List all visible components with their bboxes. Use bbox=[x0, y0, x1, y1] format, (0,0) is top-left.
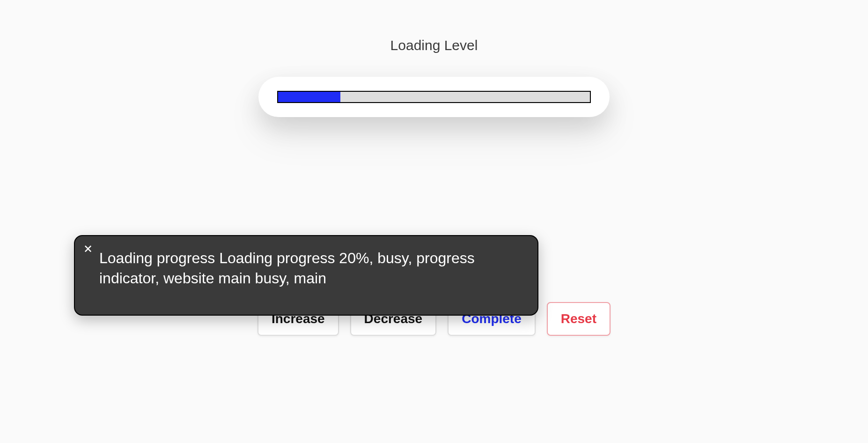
reset-button[interactable]: Reset bbox=[547, 302, 611, 336]
accessibility-tooltip: ✕ Loading progress Loading progress 20%,… bbox=[74, 235, 538, 316]
progress-card bbox=[258, 77, 610, 117]
progress-bar bbox=[277, 91, 591, 103]
page-heading: Loading Level bbox=[0, 37, 868, 53]
close-icon[interactable]: ✕ bbox=[83, 244, 93, 255]
progress-fill bbox=[278, 92, 340, 102]
tooltip-text: Loading progress Loading progress 20%, b… bbox=[99, 248, 521, 288]
